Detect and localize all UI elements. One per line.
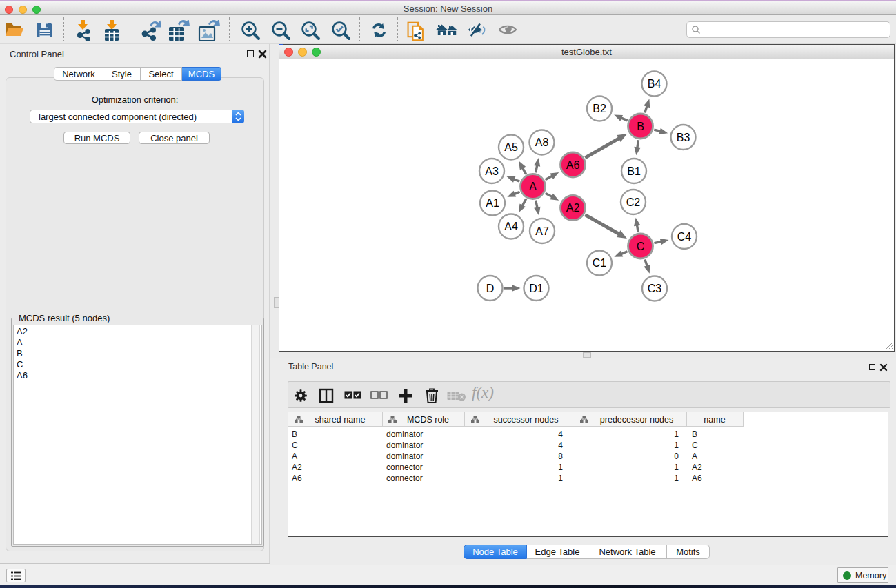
svg-text:B1: B1 (627, 165, 641, 177)
svg-text:D: D (486, 283, 495, 294)
svg-text:B3: B3 (677, 132, 690, 143)
svg-text:A1: A1 (486, 197, 499, 209)
svg-text:A6: A6 (566, 159, 580, 171)
svg-text:C3: C3 (648, 283, 662, 294)
svg-text:A8: A8 (535, 136, 549, 148)
svg-text:C4: C4 (677, 231, 692, 243)
svg-text:C2: C2 (626, 196, 641, 208)
svg-text:B: B (637, 121, 644, 132)
svg-text:C1: C1 (593, 257, 607, 269)
svg-text:B2: B2 (593, 103, 606, 114)
svg-text:B4: B4 (648, 78, 661, 90)
svg-text:A4: A4 (504, 221, 518, 232)
svg-text:A: A (529, 181, 537, 192)
svg-text:A7: A7 (535, 225, 549, 237)
svg-text:A5: A5 (504, 141, 518, 153)
svg-text:A2: A2 (566, 202, 580, 214)
svg-text:D1: D1 (529, 283, 544, 294)
svg-text:A3: A3 (485, 165, 499, 177)
svg-text:C: C (637, 241, 645, 252)
